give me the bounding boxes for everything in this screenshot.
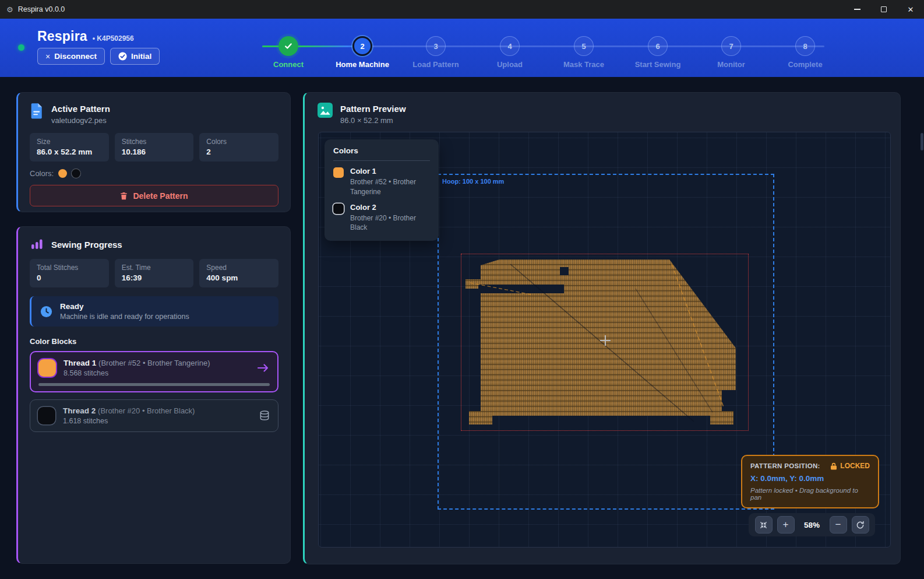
pattern-position-label: PATTERN POSITION:	[750, 462, 820, 469]
card-title: Active Pattern	[51, 104, 110, 114]
check-icon	[284, 41, 293, 51]
pattern-stats: Size 86.0 x 52.2 mm Stitches 10.186 Colo…	[30, 133, 278, 162]
stat-stitches: Stitches 10.186	[115, 133, 194, 162]
window-controls: ✕	[844, 0, 924, 19]
step-label: Complete	[770, 60, 840, 69]
app-name: Respira	[37, 29, 87, 44]
stat-colors: Colors 2	[199, 133, 278, 162]
minimize-button[interactable]	[844, 0, 870, 19]
machine-status: Ready Machine is idle and ready for oper…	[30, 296, 278, 327]
step-load-pattern[interactable]: 3 Load Pattern	[401, 36, 471, 69]
thread-2-name: Thread 2	[63, 406, 96, 415]
colors-panel: Colors Color 1 Brother #52 • Brother Tan…	[325, 139, 439, 241]
thread-2-swatch	[38, 407, 55, 424]
step-mask-trace[interactable]: 5 Mask Trace	[549, 36, 619, 69]
stat-value: 86.0 x 52.2 mm	[37, 148, 102, 156]
color-1-detail: Brother #52 • Brother Tangerine	[350, 177, 430, 197]
pattern-position-overlay: PATTERN POSITION: LOCKED X: 0.0mm, Y: 0.…	[741, 455, 879, 508]
locked-label: LOCKED	[840, 462, 870, 470]
window-scrollbar-thumb[interactable]	[921, 133, 923, 150]
color-1-swatch	[333, 167, 344, 178]
stat-value: 16:39	[122, 273, 187, 282]
minimize-icon	[854, 9, 860, 9]
header-buttons: × Disconnect Initial	[37, 48, 160, 65]
stat-total-stitches: Total Stitches 0	[30, 259, 109, 287]
locked-badge: LOCKED	[830, 462, 870, 470]
step-complete[interactable]: 8 Complete	[770, 36, 840, 69]
preview-canvas[interactable]: Hoop: 100 x 100 mm	[318, 132, 891, 548]
step-connect[interactable]: Connect	[253, 36, 323, 69]
reset-view-button[interactable]	[852, 516, 869, 534]
brand-block: Respira • K4P502956	[37, 29, 134, 44]
color-blocks-label: Color Blocks	[30, 337, 278, 346]
device-serial: K4P502956	[97, 34, 133, 43]
thread-2-block[interactable]: Thread 2 (Brother #20 • Brother Black) 1…	[30, 399, 278, 432]
step-label: Monitor	[696, 60, 766, 69]
thread-1-block[interactable]: Thread 1 (Brother #52 • Brother Tangerin…	[30, 351, 278, 392]
divider	[333, 160, 430, 161]
zoom-level: 58%	[799, 521, 825, 529]
delete-pattern-button[interactable]: Delete Pattern	[30, 185, 278, 206]
fit-screen-icon	[759, 521, 768, 529]
color-swatch-orange	[58, 169, 67, 178]
color-2-swatch	[333, 203, 344, 214]
step-number: 3	[426, 36, 446, 56]
window-titlebar: ⚙ Respira v0.0.0 ✕	[0, 0, 924, 19]
thread-1-detail: (Brother #52 • Brother Tangerine)	[98, 359, 210, 367]
image-icon	[318, 103, 333, 118]
step-number: 5	[574, 36, 594, 56]
zoom-in-button[interactable]: +	[777, 516, 795, 534]
stat-label: Speed	[206, 264, 271, 272]
stat-label: Est. Time	[122, 264, 187, 272]
device-bullet: •	[93, 34, 95, 43]
trash-icon	[120, 192, 128, 200]
disconnect-button[interactable]: × Disconnect	[37, 48, 105, 65]
bar-chart-icon	[30, 237, 44, 251]
initial-label: Initial	[131, 52, 151, 61]
step-label: Home Machine	[327, 60, 397, 69]
stat-est-time: Est. Time 16:39	[115, 259, 194, 287]
stat-value: 2	[206, 148, 271, 156]
thread-1-stitches: 8.568 stitches	[64, 369, 249, 377]
color-2-name: Color 2	[350, 203, 430, 212]
close-button[interactable]: ✕	[897, 0, 924, 19]
pattern-colors-row: Colors:	[30, 169, 278, 178]
step-number: 6	[648, 36, 668, 56]
app-window: ⚙ Respira v0.0.0 ✕ Respira • K4P502956 ×…	[0, 0, 924, 579]
step-monitor[interactable]: 7 Monitor	[696, 36, 766, 69]
lock-icon	[830, 462, 837, 470]
thread-2-detail: (Brother #20 • Brother Black)	[98, 406, 195, 415]
stat-label: Total Stitches	[37, 264, 102, 272]
stat-value: 0	[37, 273, 102, 282]
hoop-label: Hoop: 100 x 100 mm	[442, 178, 504, 185]
delete-pattern-label: Delete Pattern	[133, 191, 188, 201]
pattern-preview-header: Pattern Preview 86.0 × 52.2 mm	[318, 103, 887, 125]
colors-panel-title: Colors	[333, 146, 430, 155]
check-circle-icon	[118, 52, 127, 61]
color-2-detail: Brother #20 • Brother Black	[350, 213, 430, 233]
zoom-out-button[interactable]: −	[830, 516, 847, 534]
pattern-preview-card: Pattern Preview 86.0 × 52.2 mm Hoop: 100…	[303, 92, 901, 564]
card-title: Pattern Preview	[340, 104, 406, 114]
status-description: Machine is idle and ready for operations	[60, 313, 189, 321]
step-number: 7	[721, 36, 741, 56]
step-home-machine[interactable]: 2 Home Machine	[327, 36, 397, 69]
initial-button[interactable]: Initial	[110, 48, 160, 65]
window-title: Respira v0.0.0	[18, 5, 65, 13]
connection-status-dot	[18, 44, 24, 51]
step-connect-circle	[278, 36, 298, 56]
step-label: Connect	[253, 60, 323, 69]
step-label: Upload	[475, 60, 545, 69]
active-pattern-card: Active Pattern valetudogv2.pes Size 86.0…	[16, 92, 291, 212]
stat-label: Size	[37, 138, 102, 146]
fit-to-screen-button[interactable]	[755, 516, 773, 534]
step-start-sewing[interactable]: 6 Start Sewing	[623, 36, 693, 69]
step-upload[interactable]: 4 Upload	[475, 36, 545, 69]
color-1-name: Color 1	[350, 167, 430, 176]
stat-label: Stitches	[122, 138, 187, 146]
thread-2-stitches: 1.618 stitches	[63, 417, 251, 425]
maximize-button[interactable]	[870, 0, 897, 19]
plus-icon: +	[783, 519, 789, 531]
workflow-stepper: Connect 2 Home Machine 3 Load Pattern 4 …	[262, 19, 833, 77]
pattern-filename: valetudogv2.pes	[51, 116, 110, 125]
